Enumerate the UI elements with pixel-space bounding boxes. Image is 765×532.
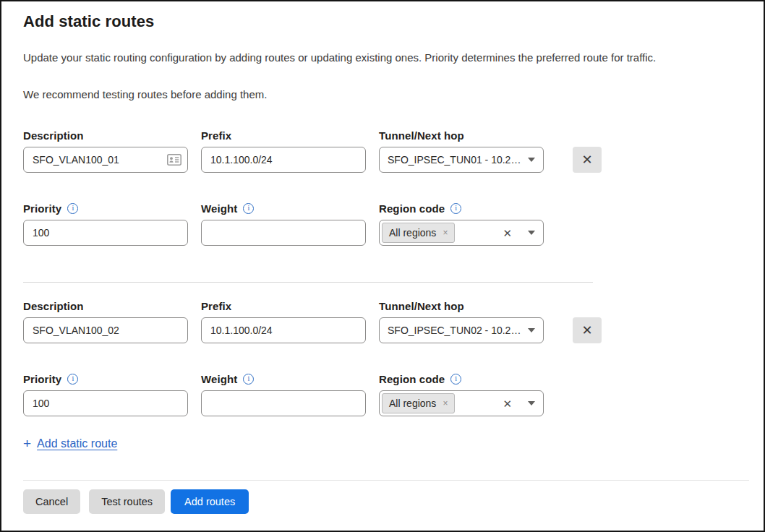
route-group-1: Description xyxy=(23,128,742,246)
info-icon[interactable]: i xyxy=(450,374,461,385)
priority-input[interactable] xyxy=(23,390,188,416)
priority-label: Priority i xyxy=(23,201,188,215)
prefix-field-group-2: Prefix xyxy=(201,299,366,343)
chevron-down-icon xyxy=(528,401,535,406)
description-field-group-2: Description xyxy=(23,299,188,343)
priority-label-text: Priority xyxy=(23,202,61,215)
region-multiselect[interactable]: All regions × ✕ xyxy=(379,220,544,246)
priority-label-text: Priority xyxy=(23,373,61,385)
info-icon[interactable]: i xyxy=(450,203,461,214)
region-label-text: Region code xyxy=(379,202,445,215)
prefix-field-group-1: Prefix xyxy=(201,128,366,173)
add-static-routes-dialog: Add static routes Update your static rou… xyxy=(0,0,765,532)
tunnel-selected-value: SFO_IPSEC_TUN02 - 10.25... xyxy=(388,325,522,336)
region-multiselect[interactable]: All regions × ✕ xyxy=(379,390,544,416)
region-field-group-2: Region code i All regions × ✕ xyxy=(379,372,544,416)
chip-remove-icon[interactable]: × xyxy=(443,399,448,408)
description-label: Description xyxy=(23,299,188,313)
remove-route-button[interactable]: ✕ xyxy=(573,147,602,173)
priority-label: Priority i xyxy=(23,372,188,386)
chevron-down-icon xyxy=(528,328,535,332)
prefix-input[interactable] xyxy=(201,147,366,173)
region-field-group-1: Region code i All regions × ✕ xyxy=(379,201,544,246)
chip-remove-icon[interactable]: × xyxy=(443,228,448,237)
intro-text-line2: We recommend testing routes before addin… xyxy=(23,87,742,101)
region-chip-label: All regions xyxy=(389,227,436,239)
route-group-2: Description Prefix Tunnel/Next hop SFO_I… xyxy=(23,299,742,416)
info-icon[interactable]: i xyxy=(243,374,254,385)
region-chip: All regions × xyxy=(382,393,455,413)
region-label-text: Region code xyxy=(379,373,445,385)
contact-card-icon xyxy=(167,154,181,166)
group-divider xyxy=(23,282,593,283)
prefix-label: Prefix xyxy=(201,299,366,313)
prefix-label: Prefix xyxy=(201,128,366,142)
info-icon[interactable]: i xyxy=(67,374,78,385)
footer-actions: Cancel Test routes Add routes xyxy=(23,489,764,514)
priority-field-group-1: Priority i xyxy=(23,201,188,246)
weight-field-group-1: Weight i xyxy=(201,201,366,246)
clear-selection-icon[interactable]: ✕ xyxy=(503,228,512,239)
chevron-down-icon xyxy=(528,158,535,162)
weight-input[interactable] xyxy=(201,390,366,416)
tunnel-label: Tunnel/Next hop xyxy=(379,128,544,142)
tunnel-label: Tunnel/Next hop xyxy=(379,299,544,313)
footer-divider xyxy=(23,480,749,481)
tunnel-field-group-1: Tunnel/Next hop SFO_IPSEC_TUN01 - 10.25.… xyxy=(379,128,544,173)
test-routes-button[interactable]: Test routes xyxy=(89,489,165,514)
region-chip: All regions × xyxy=(382,223,455,243)
weight-label-text: Weight xyxy=(201,202,237,215)
priority-field-group-2: Priority i xyxy=(23,372,188,416)
priority-input[interactable] xyxy=(23,220,188,246)
add-routes-button[interactable]: Add routes xyxy=(171,489,249,514)
tunnel-select[interactable]: SFO_IPSEC_TUN01 - 10.25... xyxy=(379,147,544,173)
description-field-group-1: Description xyxy=(23,128,188,173)
intro-text-line1: Update your static routing configuration… xyxy=(23,51,742,64)
tunnel-field-group-2: Tunnel/Next hop SFO_IPSEC_TUN02 - 10.25.… xyxy=(379,299,544,343)
weight-input[interactable] xyxy=(201,220,366,246)
info-icon[interactable]: i xyxy=(67,203,78,214)
clear-selection-icon[interactable]: ✕ xyxy=(503,398,512,409)
region-label: Region code i xyxy=(379,201,544,215)
add-static-route-link-label: Add static route xyxy=(37,437,117,450)
prefix-input[interactable] xyxy=(201,317,366,343)
add-static-route-link[interactable]: + Add static route xyxy=(23,436,117,452)
region-label: Region code i xyxy=(379,372,544,386)
plus-icon: + xyxy=(23,436,31,452)
tunnel-selected-value: SFO_IPSEC_TUN01 - 10.25... xyxy=(388,154,522,166)
weight-label: Weight i xyxy=(201,201,366,215)
tunnel-select[interactable]: SFO_IPSEC_TUN02 - 10.25... xyxy=(379,317,544,343)
page-title: Add static routes xyxy=(23,12,742,32)
weight-label-text: Weight xyxy=(201,373,237,385)
description-input[interactable] xyxy=(23,317,188,343)
region-chip-label: All regions xyxy=(389,398,436,409)
cancel-button[interactable]: Cancel xyxy=(23,489,80,514)
chevron-down-icon xyxy=(528,231,535,235)
info-icon[interactable]: i xyxy=(243,203,254,214)
description-input[interactable] xyxy=(23,147,188,173)
remove-route-button[interactable]: ✕ xyxy=(573,317,602,343)
weight-label: Weight i xyxy=(201,372,366,386)
description-label: Description xyxy=(23,128,188,142)
weight-field-group-2: Weight i xyxy=(201,372,366,416)
